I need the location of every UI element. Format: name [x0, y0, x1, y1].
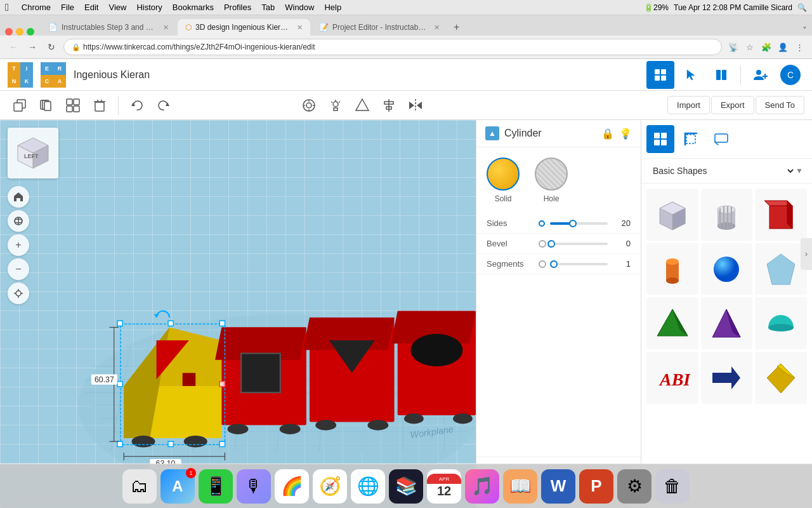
- dock-powerpoint[interactable]: P: [579, 469, 613, 504]
- menu-help[interactable]: Help: [324, 3, 341, 12]
- select-view-btn[interactable]: [677, 61, 705, 89]
- panel-collapse-arrow[interactable]: ›: [801, 238, 812, 270]
- mirror-btn[interactable]: [403, 93, 428, 117]
- dock-trash[interactable]: 🗑: [655, 469, 690, 504]
- extensions-icon[interactable]: 🧩: [760, 41, 773, 53]
- sendto-btn[interactable]: Send To: [756, 96, 804, 114]
- sides-thumb[interactable]: [569, 220, 577, 227]
- segments-slider[interactable]: [539, 260, 608, 268]
- shape-sphere-blue[interactable]: [701, 243, 753, 295]
- spotlight-icon[interactable]: 🔍: [797, 3, 807, 12]
- dock-kindle[interactable]: 📚: [389, 469, 423, 504]
- dock-finder[interactable]: 🗂: [122, 469, 157, 504]
- shape-pyramid-purple[interactable]: [701, 297, 753, 349]
- grid-view-btn[interactable]: [646, 61, 674, 89]
- export-btn[interactable]: Export: [711, 96, 754, 114]
- handle-bl[interactable]: [117, 441, 122, 446]
- minimize-window-btn[interactable]: [16, 28, 23, 36]
- handle-ml[interactable]: [117, 382, 122, 387]
- dock-siri[interactable]: 🎙: [237, 469, 271, 504]
- shape-box-gray[interactable]: [646, 189, 698, 241]
- grid2-view-btn[interactable]: [707, 61, 735, 89]
- tab-instructables[interactable]: 📄 Instructables Step 3 and Step... ✕: [41, 19, 176, 36]
- visibility-icon[interactable]: 💡: [619, 128, 632, 140]
- shape-crystal[interactable]: [755, 243, 807, 295]
- address-input[interactable]: 🔒 https://www.tinkercad.com/things/eZJth…: [63, 39, 722, 55]
- view-cube[interactable]: LEFT: [8, 128, 58, 178]
- lock-icon[interactable]: 🔒: [601, 128, 614, 140]
- maximize-window-btn[interactable]: [27, 28, 34, 36]
- undo-btn[interactable]: [125, 93, 149, 117]
- zoom-in-btn[interactable]: +: [8, 234, 29, 256]
- dock-safari[interactable]: 🧭: [313, 469, 347, 504]
- rotation-handle[interactable]: [154, 311, 169, 318]
- handle-mr[interactable]: [219, 382, 225, 387]
- shapes-corner-btn[interactable]: [677, 125, 705, 153]
- dock-word[interactable]: W: [541, 469, 575, 504]
- orbit-btn[interactable]: [8, 210, 29, 232]
- close-window-btn[interactable]: [5, 28, 13, 36]
- shape-text-red[interactable]: ABIC: [646, 352, 698, 404]
- add-user-btn[interactable]: [746, 61, 774, 89]
- menu-tab[interactable]: Tab: [261, 3, 275, 12]
- menu-chrome[interactable]: Chrome: [22, 3, 51, 12]
- bevel-track[interactable]: [551, 243, 608, 245]
- segments-thumb[interactable]: [550, 260, 558, 268]
- shapes-category-select[interactable]: Basic Shapes Letters Math Connectors: [650, 165, 796, 177]
- bevel-thumb[interactable]: [547, 240, 555, 248]
- menu-view[interactable]: View: [108, 3, 126, 12]
- redo-btn[interactable]: [152, 93, 176, 117]
- new-tab-button[interactable]: +: [449, 19, 464, 36]
- menu-edit[interactable]: Edit: [84, 3, 98, 12]
- segments-track[interactable]: [551, 263, 608, 265]
- dock-books[interactable]: 📖: [503, 469, 537, 504]
- tab-close-icon[interactable]: ✕: [297, 23, 303, 32]
- home-view-btn[interactable]: [8, 186, 29, 208]
- shapes-message-btn[interactable]: [707, 125, 735, 153]
- menu-window[interactable]: Window: [285, 3, 314, 12]
- shape-cube-red[interactable]: [755, 189, 807, 241]
- dock-settings[interactable]: ⚙: [617, 469, 652, 504]
- back-button[interactable]: ←: [6, 40, 20, 54]
- menu-dots-icon[interactable]: ⋮: [793, 41, 806, 53]
- delete-btn[interactable]: [88, 93, 112, 117]
- shape-cylinder-orange[interactable]: [646, 243, 698, 295]
- import-btn[interactable]: Import: [667, 96, 710, 114]
- handle-bm[interactable]: [168, 441, 173, 446]
- menu-history[interactable]: History: [136, 3, 162, 12]
- dock-facetime[interactable]: 📱: [199, 469, 233, 504]
- shape-diamond-yellow[interactable]: [755, 352, 807, 404]
- panel-collapse-btn[interactable]: ▲: [485, 126, 499, 140]
- tab-close-icon[interactable]: ✕: [163, 23, 169, 32]
- shape-tool-btn[interactable]: [350, 93, 374, 117]
- hole-option[interactable]: Hole: [535, 157, 568, 203]
- handle-br[interactable]: [219, 441, 225, 446]
- reload-button[interactable]: ↻: [44, 40, 58, 54]
- menu-profiles[interactable]: Profiles: [224, 3, 251, 12]
- dock-photos[interactable]: 🌈: [275, 469, 309, 504]
- menu-bookmarks[interactable]: Bookmarks: [173, 3, 214, 12]
- tab-overflow-button[interactable]: ˅: [802, 25, 807, 36]
- solid-option[interactable]: Solid: [487, 157, 520, 203]
- tab-close-icon[interactable]: ✕: [434, 23, 440, 32]
- dock-itunes[interactable]: 🎵: [465, 469, 499, 504]
- dock-calendar[interactable]: APR 12: [427, 469, 461, 504]
- sides-track[interactable]: [550, 222, 608, 225]
- shape-cylinder-gray[interactable]: [701, 189, 753, 241]
- duplicate-btn[interactable]: [8, 93, 32, 117]
- shape-arrow-blue[interactable]: [701, 352, 753, 404]
- forward-button[interactable]: →: [25, 40, 39, 54]
- menu-file[interactable]: File: [61, 3, 74, 12]
- handle-tm[interactable]: [168, 321, 173, 326]
- copy-btn[interactable]: [34, 93, 58, 117]
- sides-slider[interactable]: [539, 220, 608, 227]
- shape-pyramid-green[interactable]: [646, 297, 698, 349]
- bookmark-icon[interactable]: ☆: [743, 41, 756, 53]
- canvas-area[interactable]: Workplane: [0, 120, 476, 508]
- profile-icon[interactable]: 👤: [776, 41, 789, 53]
- handle-tl[interactable]: [117, 321, 122, 326]
- dock-appstore[interactable]: A 1: [160, 469, 195, 504]
- tab-tinkercad[interactable]: ⬡ 3D design Ingenious Kieran | T... ✕: [178, 19, 310, 36]
- tab-projecteditor[interactable]: 📝 Project Editor - Instructables ✕: [311, 19, 447, 36]
- dock-chrome[interactable]: 🌐: [351, 469, 385, 504]
